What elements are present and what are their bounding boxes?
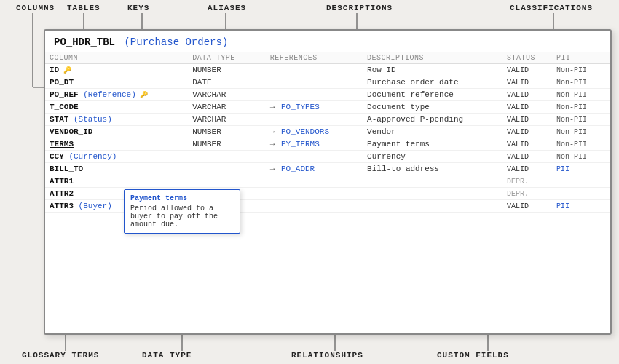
cell-reference: [266, 151, 363, 163]
table-row: PO_DTDATEPurchase order dateVALIDNon-PII: [45, 76, 610, 89]
cell-status: VALID: [502, 200, 552, 213]
table-row: T_CODEVARCHAR→ PO_TYPESDocument typeVALI…: [45, 101, 610, 114]
cell-description: Document reference: [363, 89, 502, 101]
cell-description: Vendor: [363, 126, 502, 138]
cell-status: VALID: [502, 89, 552, 101]
cell-reference: [266, 76, 363, 89]
cell-description: Row ID: [363, 64, 502, 76]
table-row: BILL_TO→ PO_ADDRBill-to addressVALIDPII: [45, 163, 610, 175]
annotation-keys: KEYS: [127, 4, 149, 12]
cell-datatype: VARCHAR: [188, 101, 266, 114]
annotation-aliases: ALIASES: [208, 4, 246, 12]
cell-key-indicator: 🔑: [136, 92, 148, 99]
table-title: PO_HDR_TBL (Purchase Orders): [45, 31, 610, 52]
cell-status: VALID: [502, 163, 552, 175]
cell-pii: PII: [552, 163, 610, 175]
annotation-custom-fields: CUSTOM FIELDS: [437, 351, 509, 360]
col-header-status: STATUS: [502, 52, 552, 64]
cell-description: [363, 175, 502, 188]
annotation-classifications: CLASSIFICATIONS: [510, 4, 593, 12]
cell-status: VALID: [502, 101, 552, 114]
cell-description: Payment terms: [363, 138, 502, 151]
annotation-relationships: RELATIONSHIPS: [291, 351, 363, 360]
tooltip-body: Period allowed to a buyer to pay off the…: [130, 205, 234, 229]
cell-pii: Non-PII: [552, 138, 610, 151]
cell-reference: [266, 89, 363, 101]
cell-datatype: DATE: [188, 76, 266, 89]
table-row: ATTR1DEPR.: [45, 175, 610, 188]
cell-column-name: ID: [50, 66, 59, 74]
schema-table: COLUMN DATA TYPE REFERENCES DESCRIPTIONS…: [45, 52, 610, 213]
cell-datatype: NUMBER: [188, 126, 266, 138]
cell-column-alias: (Buyer): [74, 202, 112, 210]
col-header-references: REFERENCES: [266, 52, 363, 64]
annotation-data-type: DATA TYPE: [142, 351, 192, 360]
cell-description: A-approved P-pending: [363, 114, 502, 126]
cell-description: [363, 200, 502, 213]
cell-pii: Non-PII: [552, 101, 610, 114]
col-header-column: COLUMN: [45, 52, 188, 64]
cell-status: VALID: [502, 126, 552, 138]
table-row: TERMSNUMBER→ PY_TERMSPayment termsVALIDN…: [45, 138, 610, 151]
cell-pii: PII: [552, 200, 610, 213]
cell-description: Bill-to address: [363, 163, 502, 175]
cell-status: VALID: [502, 138, 552, 151]
cell-status: VALID: [502, 76, 552, 89]
annotation-glossary-terms: GLOSSARY TERMS: [22, 351, 99, 360]
cell-reference: [266, 188, 363, 200]
table-row: CCY (Currency)CurrencyVALIDNon-PII: [45, 151, 610, 163]
col-header-descriptions: DESCRIPTIONS: [363, 52, 502, 64]
table-row: STAT (Status)VARCHARA-approved P-pending…: [45, 114, 610, 126]
cell-column-name: T_CODE: [50, 103, 79, 111]
cell-column-alias: (Reference): [79, 90, 136, 99]
cell-pii: [552, 188, 610, 200]
annotation-tables: TABLES: [67, 4, 100, 12]
tooltip-title: Payment terms: [130, 194, 234, 202]
cell-pii: Non-PII: [552, 114, 610, 126]
cell-reference: → PO_TYPES: [266, 101, 363, 114]
table-name: PO_HDR_TBL: [54, 36, 115, 48]
cell-datatype: [188, 163, 266, 175]
cell-datatype: VARCHAR: [188, 89, 266, 101]
cell-column-name: CCY: [50, 152, 64, 161]
cell-reference: [266, 175, 363, 188]
cell-reference: → PO_ADDR: [266, 163, 363, 175]
cell-datatype: [188, 151, 266, 163]
cell-column-name: BILL_TO: [50, 165, 83, 173]
col-header-pii: PII: [552, 52, 610, 64]
annotation-descriptions: DESCRIPTIONS: [326, 4, 393, 12]
table-row: ID 🔑NUMBERRow IDVALIDNon-PII: [45, 64, 610, 76]
col-header-datatype: DATA TYPE: [188, 52, 266, 64]
cell-column-name: ATTR2: [50, 189, 74, 198]
cell-description: Document type: [363, 101, 502, 114]
cell-status: DEPR.: [502, 175, 552, 188]
cell-datatype: [188, 175, 266, 188]
cell-column-alias: (Currency): [64, 152, 117, 161]
table-row: VENDOR_IDNUMBER→ PO_VENDORSVendorVALIDNo…: [45, 126, 610, 138]
cell-reference: [266, 64, 363, 76]
cell-description: Currency: [363, 151, 502, 163]
cell-reference: → PY_TERMS: [266, 138, 363, 151]
cell-status: VALID: [502, 114, 552, 126]
cell-column-name: ATTR1: [50, 177, 74, 186]
annotation-columns: COLUMNS: [16, 4, 55, 12]
cell-pii: Non-PII: [552, 76, 610, 89]
cell-datatype: VARCHAR: [188, 114, 266, 126]
cell-column-name: PO_REF: [50, 90, 79, 99]
cell-status: DEPR.: [502, 188, 552, 200]
table-row: PO_REF (Reference) 🔑VARCHARDocument refe…: [45, 89, 610, 101]
cell-pii: Non-PII: [552, 64, 610, 76]
cell-key-indicator: 🔑: [59, 67, 71, 74]
cell-column-name: STAT: [50, 115, 68, 124]
cell-column-alias: (Status): [68, 115, 111, 124]
table-alias: (Purchase Orders): [124, 36, 228, 48]
cell-reference: [266, 114, 363, 126]
cell-datatype: NUMBER: [188, 64, 266, 76]
cell-pii: Non-PII: [552, 151, 610, 163]
cell-column-name: VENDOR_ID: [50, 127, 92, 136]
cell-pii: [552, 175, 610, 188]
cell-reference: → PO_VENDORS: [266, 126, 363, 138]
cell-reference: [266, 200, 363, 213]
tooltip-box: Payment terms Period allowed to a buyer …: [124, 189, 240, 234]
cell-status: VALID: [502, 64, 552, 76]
